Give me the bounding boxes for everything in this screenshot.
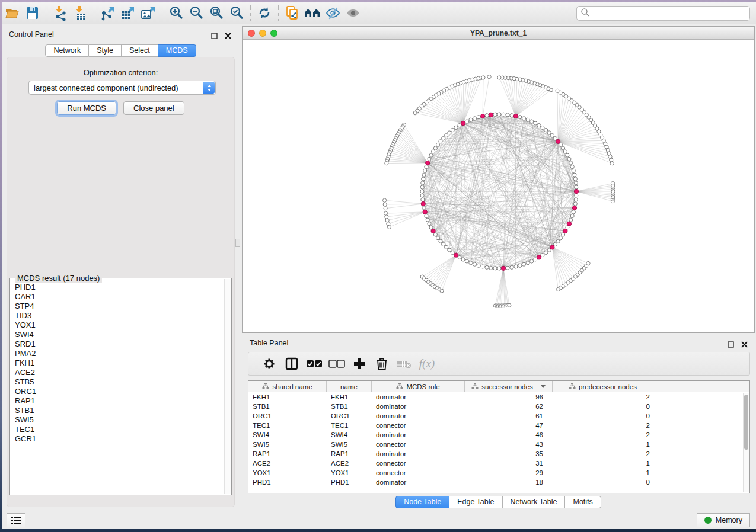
graph-node[interactable] (439, 239, 442, 243)
tab-edge-table[interactable]: Edge Table (449, 496, 502, 508)
mcds-graph-node[interactable] (481, 114, 485, 118)
graph-node[interactable] (487, 75, 491, 79)
graph-node[interactable] (497, 76, 501, 79)
mcds-result-item[interactable]: RAP1 (15, 396, 224, 406)
mcds-result-item[interactable]: TID3 (15, 311, 224, 321)
tab-select[interactable]: Select (122, 44, 158, 57)
graph-node[interactable] (451, 128, 454, 132)
graph-node[interactable] (425, 214, 428, 217)
mcds-graph-node[interactable] (423, 210, 427, 214)
graph-node[interactable] (508, 303, 511, 307)
create-column-icon[interactable] (348, 354, 371, 374)
graph-node[interactable] (465, 120, 468, 123)
float-panel-icon[interactable] (211, 31, 218, 41)
table-row[interactable]: RAP1RAP1dominator352 (248, 449, 743, 459)
graph-node[interactable] (570, 214, 574, 217)
mcds-result-item[interactable]: STB1 (15, 406, 224, 415)
graph-node[interactable] (473, 262, 476, 266)
graph-node[interactable] (421, 181, 425, 185)
graph-node[interactable] (493, 113, 497, 116)
graph-node[interactable] (550, 134, 554, 137)
graph-node[interactable] (518, 116, 522, 119)
mcds-result-scrollbar[interactable] (224, 279, 231, 494)
run-mcds-button[interactable]: Run MCDS (57, 101, 116, 115)
mcds-graph-node[interactable] (550, 245, 554, 249)
graph-node[interactable] (570, 165, 574, 168)
graph-node[interactable] (385, 219, 389, 222)
graph-node[interactable] (485, 114, 489, 117)
table-settings-icon[interactable] (258, 354, 280, 374)
graph-node[interactable] (428, 222, 431, 226)
graph-node[interactable] (534, 121, 537, 125)
graph-node[interactable] (433, 146, 437, 150)
refresh-icon[interactable] (254, 4, 275, 23)
mcds-result-item[interactable]: CAR1 (15, 292, 224, 302)
graph-node[interactable] (458, 124, 461, 127)
select-all-icon[interactable] (303, 354, 326, 374)
mcds-graph-node[interactable] (489, 113, 493, 117)
mcds-result-item[interactable]: STB5 (15, 377, 224, 387)
graph-node[interactable] (458, 255, 461, 259)
graph-node[interactable] (514, 265, 518, 268)
mcds-result-item[interactable]: SRD1 (15, 339, 224, 349)
mcds-result-item[interactable]: GCR1 (15, 434, 224, 444)
mcds-graph-node[interactable] (461, 121, 465, 126)
task-history-button[interactable] (7, 513, 25, 527)
mcds-result-item[interactable]: ACE2 (15, 368, 224, 377)
mcds-graph-node[interactable] (454, 253, 458, 257)
graph-node[interactable] (477, 116, 480, 119)
graph-node[interactable] (566, 226, 569, 229)
graph-node[interactable] (383, 198, 387, 202)
column-header-shared-name[interactable]: shared name (248, 381, 327, 392)
tab-node-table[interactable]: Node Table (395, 496, 449, 508)
graph-node[interactable] (562, 233, 565, 236)
duplicate-network-icon[interactable] (282, 4, 302, 23)
mcds-result-item[interactable]: FKH1 (15, 358, 224, 368)
graph-node[interactable] (573, 202, 577, 206)
graph-node[interactable] (530, 259, 534, 263)
zoom-in-icon[interactable] (166, 4, 186, 23)
graph-node[interactable] (436, 236, 439, 240)
graph-node[interactable] (383, 203, 387, 206)
graph-node[interactable] (567, 157, 571, 161)
mcds-result-item[interactable]: PMA2 (15, 349, 224, 358)
graph-node[interactable] (575, 194, 578, 197)
graph-node[interactable] (573, 177, 577, 181)
graph-node[interactable] (423, 169, 427, 172)
splitter-grip[interactable] (235, 239, 240, 247)
tab-network[interactable]: Network (45, 44, 89, 57)
graph-node[interactable] (422, 206, 426, 210)
graph-node[interactable] (461, 258, 465, 261)
table-row[interactable]: FKH1FKH1dominator962 (248, 392, 743, 402)
table-row[interactable]: PHD1PHD1dominator180 (248, 477, 743, 487)
graph-node[interactable] (506, 266, 509, 270)
graph-node[interactable] (442, 137, 445, 140)
graph-node[interactable] (385, 162, 388, 165)
graph-node[interactable] (422, 177, 425, 181)
graph-node[interactable] (526, 261, 529, 265)
network-graph[interactable] (243, 40, 754, 332)
graph-node[interactable] (422, 173, 426, 177)
graph-node[interactable] (420, 194, 424, 197)
column-header-MCDS-role[interactable]: MCDS role (372, 381, 465, 392)
graph-node[interactable] (510, 265, 513, 269)
mcds-result-item[interactable]: SWI4 (15, 330, 224, 339)
graph-node[interactable] (384, 207, 387, 210)
mcds-graph-node[interactable] (572, 206, 576, 210)
hide-selected-icon[interactable] (323, 4, 343, 23)
close-panel-button[interactable]: Close panel (123, 101, 184, 115)
graph-node[interactable] (477, 264, 480, 267)
import-table-icon[interactable] (70, 4, 90, 23)
memory-button[interactable]: Memory (697, 513, 750, 527)
graph-node[interactable] (481, 265, 484, 268)
graph-node[interactable] (497, 113, 501, 116)
graph-node[interactable] (572, 210, 575, 214)
graph-node[interactable] (569, 218, 573, 222)
export-network-icon[interactable] (98, 4, 118, 23)
graph-node[interactable] (454, 126, 458, 129)
graph-node[interactable] (426, 218, 429, 222)
graph-node[interactable] (530, 120, 534, 123)
graph-node[interactable] (489, 266, 493, 270)
graph-node[interactable] (445, 245, 448, 249)
graph-node[interactable] (485, 265, 489, 269)
